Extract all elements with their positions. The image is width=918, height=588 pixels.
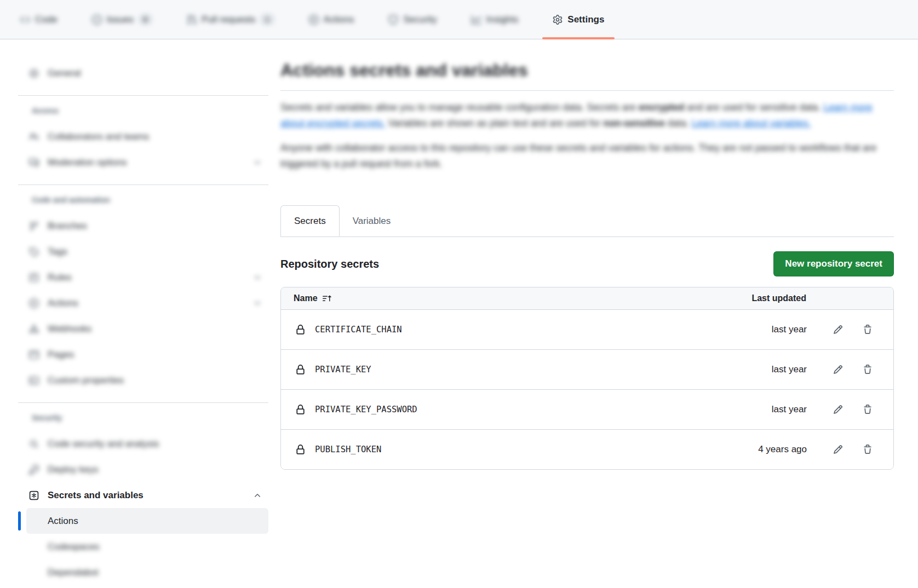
edit-secret-button[interactable]: [833, 325, 843, 335]
webhook-icon: [29, 324, 39, 334]
secret-last-updated: 4 years ago: [758, 444, 807, 455]
edit-secret-button[interactable]: [833, 405, 843, 414]
delete-secret-button[interactable]: [863, 365, 873, 374]
sidebar-subitem-actions[interactable]: Actions: [26, 508, 268, 534]
tab-issues-label: Issues: [107, 14, 134, 25]
tab-actions[interactable]: Actions: [301, 0, 363, 39]
secret-row: PUBLISH_TOKEN 4 years ago: [281, 429, 893, 469]
tag-icon: [29, 247, 39, 257]
pull-requests-count-badge: 1: [260, 14, 274, 25]
book-icon: [29, 273, 39, 283]
delete-secret-button[interactable]: [863, 445, 873, 454]
active-tab-underline: [542, 37, 615, 39]
play-circle-icon: [309, 15, 319, 25]
pull-request-icon: [187, 15, 197, 25]
sidebar-item-label: Moderation options: [48, 157, 127, 168]
chevron-down-icon: [253, 273, 262, 282]
sidebar-divider: [18, 402, 268, 403]
description-paragraph-2: Anyone with collaborator access to this …: [280, 140, 894, 172]
secrets-variables-tabs: Secrets Variables: [280, 205, 894, 237]
sidebar-item-tags[interactable]: Tags: [18, 239, 268, 264]
sidebar-item-webhooks[interactable]: Webhooks: [18, 316, 268, 342]
tab-settings-label: Settings: [567, 14, 604, 25]
tab-insights-label: Insights: [486, 14, 519, 25]
lock-icon: [295, 325, 306, 335]
tab-code[interactable]: Code: [12, 0, 66, 39]
sidebar-item-label: Code security and analysis: [48, 439, 159, 449]
description-bold-non-sensitive: non-sensitive: [603, 118, 665, 129]
sidebar-item-branches[interactable]: Branches: [18, 213, 268, 239]
browser-icon: [29, 350, 39, 360]
secret-row: PRIVATE_KEY last year: [281, 349, 893, 389]
tab-pull-requests[interactable]: Pull requests 1: [179, 0, 283, 39]
settings-content: Actions secrets and variables Secrets an…: [280, 53, 894, 470]
sidebar-item-label: Actions: [48, 298, 78, 309]
repository-secrets-header-row: Repository secrets New repository secret: [280, 251, 894, 276]
sidebar-item-label: General: [48, 68, 81, 79]
sort-ascending-icon: [323, 294, 331, 303]
sidebar-item-label: Deploy keys: [48, 464, 99, 475]
edit-secret-button[interactable]: [833, 365, 843, 374]
sidebar-item-deploy-keys[interactable]: Deploy keys: [18, 457, 268, 482]
description-paragraph-1: Secrets and variables allow you to manag…: [280, 100, 894, 131]
page-title: Actions secrets and variables: [280, 60, 894, 80]
column-header-name-sort[interactable]: Name: [294, 293, 331, 303]
tab-secrets[interactable]: Secrets: [280, 205, 340, 237]
secret-row: PRIVATE_KEY_PASSWORD last year: [281, 389, 893, 429]
issue-opened-icon: [92, 15, 102, 25]
tab-issues[interactable]: Issues 8: [84, 0, 160, 39]
chevron-down-icon: [253, 299, 262, 308]
title-divider: [280, 90, 894, 91]
sidebar-item-actions[interactable]: Actions: [18, 290, 268, 316]
sidebar-item-label: Secrets and variables: [48, 490, 144, 501]
sidebar-item-code-security[interactable]: Code security and analysis: [18, 431, 268, 457]
sidebar-item-secrets-and-variables[interactable]: Secrets and variables: [18, 482, 268, 508]
tab-security[interactable]: Security: [380, 0, 445, 39]
git-branch-icon: [29, 221, 39, 231]
tab-insights[interactable]: Insights: [463, 0, 527, 39]
sidebar-item-moderation-options[interactable]: Moderation options: [18, 149, 268, 175]
chevron-down-icon: [253, 158, 262, 167]
sidebar-subitem-dependabot[interactable]: Dependabot: [26, 560, 268, 585]
tab-security-label: Security: [403, 14, 437, 25]
code-icon: [20, 15, 30, 25]
sidebar-item-pages[interactable]: Pages: [18, 342, 268, 367]
sidebar-item-label: Custom properties: [48, 375, 124, 386]
sidebar-item-label: Rules: [48, 272, 71, 283]
delete-secret-button[interactable]: [863, 325, 873, 335]
secret-last-updated: last year: [772, 324, 807, 335]
gear-icon: [29, 68, 39, 78]
description-bold-encrypted: encrypted: [639, 102, 685, 113]
sidebar-section-security: Security: [18, 412, 268, 424]
tab-settings[interactable]: Settings: [544, 0, 612, 39]
column-header-last-updated: Last updated: [751, 293, 806, 303]
edit-secret-button[interactable]: [833, 445, 843, 454]
new-repository-secret-button[interactable]: New repository secret: [773, 251, 894, 276]
settings-sidebar: General Access Collaborators and teams M…: [18, 53, 268, 588]
description-text: and are used for sensitive data.: [684, 102, 823, 113]
sidebar-item-custom-properties[interactable]: Custom properties: [18, 367, 268, 393]
lock-icon: [295, 365, 306, 375]
sidebar-section-code-and-automation: Code and automation: [18, 194, 268, 206]
sidebar-subitem-label: Actions: [48, 516, 78, 527]
sidebar-item-rules[interactable]: Rules: [18, 264, 268, 290]
secret-name: PUBLISH_TOKEN: [315, 445, 381, 454]
tab-variables[interactable]: Variables: [340, 205, 404, 237]
sidebar-divider: [18, 95, 268, 96]
sidebar-item-collaborators[interactable]: Collaborators and teams: [18, 124, 268, 149]
sidebar-subitem-codespaces[interactable]: Codespaces: [26, 534, 268, 560]
chevron-up-icon: [253, 491, 262, 500]
selected-indicator-bar: [18, 511, 21, 531]
column-header-name: Name: [294, 293, 318, 303]
repo-tab-nav: Code Issues 8 Pull requests 1 Actions Se…: [0, 0, 918, 39]
sidebar-item-label: Pages: [48, 349, 74, 360]
sidebar-subitem-label: Dependabot: [48, 567, 99, 578]
description-text: Variables are shown as plain text and ar…: [386, 118, 604, 129]
issues-count-badge: 8: [139, 14, 152, 25]
delete-secret-button[interactable]: [863, 405, 873, 414]
secret-last-updated: last year: [772, 404, 807, 415]
sidebar-item-label: Collaborators and teams: [48, 131, 149, 142]
lock-icon: [295, 445, 306, 455]
learn-more-variables-link[interactable]: Learn more about variables.: [692, 118, 811, 129]
sidebar-item-general[interactable]: General: [18, 60, 268, 86]
